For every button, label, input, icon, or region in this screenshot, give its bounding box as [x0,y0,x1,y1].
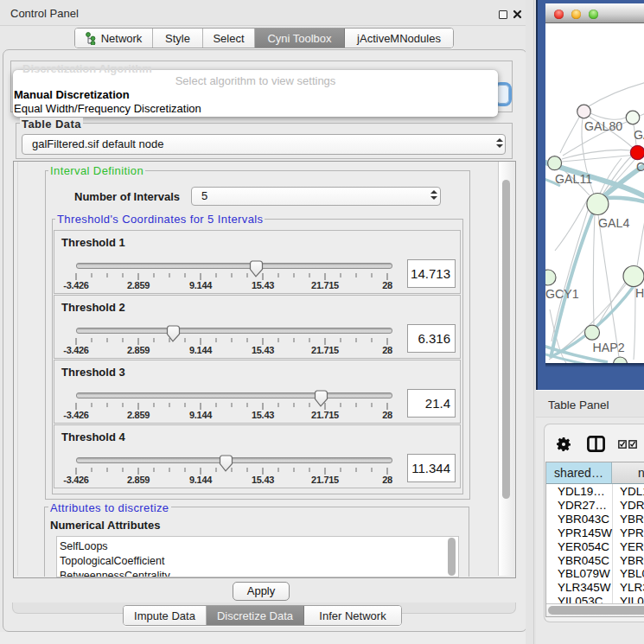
svg-text:HAP2: HAP2 [593,341,625,354]
svg-text:GAL11: GAL11 [555,172,592,186]
svg-text:HI: HI [635,286,644,300]
svg-text:GAL4: GAL4 [598,216,629,230]
svg-text:CY: CY [636,160,644,174]
svg-text:GAL80: GAL80 [584,119,622,133]
svg-text:GCY1: GCY1 [545,287,579,301]
svg-text:GA: GA [634,128,644,142]
